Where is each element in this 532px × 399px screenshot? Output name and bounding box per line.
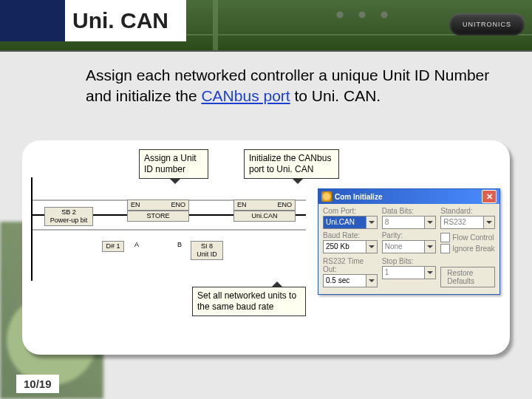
ladder-powerup: SB 2 Power-up bit bbox=[44, 207, 93, 226]
com-init-dialog: Com Initialize ✕ Com Port: Uni.CAN Data … bbox=[318, 188, 500, 295]
ladder-store: STORE bbox=[127, 211, 189, 222]
body-text: Assign each networked controller a uniqu… bbox=[86, 65, 510, 107]
field-baudrate[interactable]: 250 Kb bbox=[323, 240, 378, 253]
ladder-en-2: EN bbox=[237, 201, 247, 209]
label-databits: Data Bits: bbox=[382, 207, 437, 215]
dialog-icon bbox=[321, 191, 332, 202]
restore-defaults-button[interactable]: Restore Defaults bbox=[440, 267, 495, 287]
checkbox-ignore: Ignore Break bbox=[440, 244, 495, 253]
field-stopbits: 1 bbox=[382, 266, 437, 279]
ladder-en-1: EN bbox=[131, 201, 140, 209]
title-accent bbox=[0, 0, 65, 41]
ladder-d1: D# 1 bbox=[102, 241, 124, 252]
field-databits: 8 bbox=[382, 216, 437, 229]
field-rstimeout[interactable]: 0.5 sec bbox=[323, 274, 378, 287]
field-standard: RS232 bbox=[440, 216, 495, 229]
chevron-down-icon[interactable] bbox=[366, 275, 377, 287]
ladder-b: B bbox=[177, 241, 182, 248]
brand-logo: UNITRONICS bbox=[449, 13, 525, 35]
ladder-a: A bbox=[134, 241, 139, 248]
chevron-down-icon[interactable] bbox=[366, 241, 377, 253]
body-post: to Uni. CAN. bbox=[290, 87, 381, 104]
label-parity: Parity: bbox=[382, 231, 437, 239]
label-stopbits: Stop Bits: bbox=[382, 257, 437, 265]
checkbox-flow: Flow Control bbox=[440, 233, 495, 242]
ladder-si8: SI 8 Unit ID bbox=[191, 241, 223, 260]
ladder-diagram: SB 2 Power-up bit EN ENO STORE D# 1 A B … bbox=[31, 177, 304, 281]
ladder-eno-2: ENO bbox=[277, 201, 292, 209]
screenshot-figure: Assign a Unit ID number Initialize the C… bbox=[22, 140, 510, 355]
field-comport[interactable]: Uni.CAN bbox=[323, 216, 378, 229]
ladder-unican: Uni.CAN bbox=[233, 211, 296, 222]
title-bar: Uni. CAN bbox=[0, 0, 186, 41]
label-comport: Com Port: bbox=[323, 207, 378, 215]
callout-assign: Assign a Unit ID number bbox=[139, 149, 208, 179]
chevron-down-icon[interactable] bbox=[366, 216, 377, 228]
canbus-link[interactable]: CANbus port bbox=[201, 87, 290, 104]
label-baudrate: Baud Rate: bbox=[323, 231, 378, 239]
callout-init: Initialize the CANbus port to Uni. CAN bbox=[244, 149, 339, 179]
slide-title: Uni. CAN bbox=[65, 0, 186, 41]
close-icon[interactable]: ✕ bbox=[482, 190, 497, 203]
label-rstimeout: RS232 Time Out: bbox=[323, 257, 378, 273]
ladder-eno-1: ENO bbox=[171, 201, 185, 209]
label-standard: Standard: bbox=[440, 207, 495, 215]
page-number: 10/19 bbox=[16, 375, 59, 393]
field-parity: None bbox=[382, 240, 437, 253]
dialog-title-text: Com Initialize bbox=[335, 193, 382, 201]
callout-baud: Set all networked units to the same baud… bbox=[192, 287, 306, 316]
dialog-titlebar: Com Initialize ✕ bbox=[318, 189, 499, 204]
